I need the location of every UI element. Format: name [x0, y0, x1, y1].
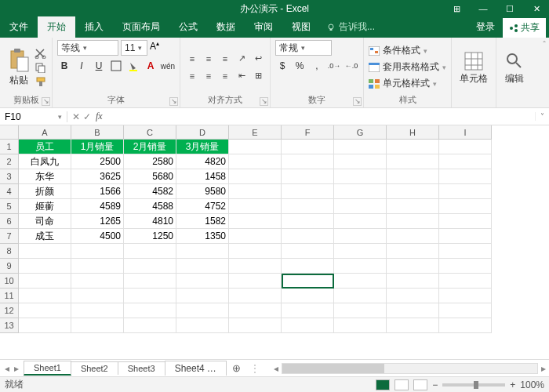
cell-B3[interactable]: 3625 — [71, 169, 124, 184]
new-sheet-button[interactable]: ⊕ — [226, 362, 247, 374]
cell-A1[interactable]: 员工 — [19, 140, 71, 154]
cell-E7[interactable] — [229, 229, 282, 244]
cell-E13[interactable] — [229, 318, 282, 333]
cell-C4[interactable]: 4582 — [124, 184, 176, 199]
tab-data[interactable]: 数据 — [207, 16, 245, 38]
sheet-nav-next[interactable]: ▸ — [14, 363, 19, 374]
cell-G4[interactable] — [334, 184, 387, 199]
row-header-1[interactable]: 1 — [0, 140, 19, 154]
zoom-level[interactable]: 100% — [520, 379, 544, 390]
cell-A10[interactable] — [19, 274, 71, 289]
cell-B12[interactable] — [71, 303, 124, 318]
font-size-combo[interactable]: 11▾ — [121, 40, 147, 56]
cell-C9[interactable] — [124, 259, 176, 274]
col-header-A[interactable]: A — [19, 125, 71, 140]
row-header-5[interactable]: 5 — [0, 199, 19, 214]
cell-H7[interactable] — [387, 229, 439, 244]
cell-A9[interactable] — [19, 259, 71, 274]
cell-A4[interactable]: 折颜 — [19, 184, 71, 199]
font-color-button[interactable]: A — [144, 59, 158, 73]
cell-C13[interactable] — [124, 318, 176, 333]
tab-view[interactable]: 视图 — [282, 16, 320, 38]
cell-B8[interactable] — [71, 244, 124, 259]
cell-G1[interactable] — [334, 140, 387, 154]
cell-I3[interactable] — [439, 169, 492, 184]
cell-I2[interactable] — [439, 154, 492, 169]
accounting-format-icon[interactable]: $ — [275, 59, 289, 73]
format-table-button[interactable]: 套用表格格式▾ — [369, 60, 446, 75]
cell-G11[interactable] — [334, 289, 387, 303]
cell-A12[interactable] — [19, 303, 71, 318]
cell-A11[interactable] — [19, 289, 71, 303]
clipboard-launcher[interactable]: ↘ — [42, 97, 50, 106]
increase-font-icon[interactable]: A▴ — [150, 40, 159, 56]
cell-A5[interactable]: 姬蘅 — [19, 199, 71, 214]
cell-G6[interactable] — [334, 214, 387, 229]
cell-G5[interactable] — [334, 199, 387, 214]
cell-B4[interactable]: 1566 — [71, 184, 124, 199]
cell-G12[interactable] — [334, 303, 387, 318]
font-launcher[interactable]: ↘ — [169, 97, 178, 106]
cell-D9[interactable] — [176, 259, 229, 274]
align-left-icon[interactable]: ≡ — [185, 68, 199, 84]
cell-I1[interactable] — [439, 140, 492, 154]
cell-H13[interactable] — [387, 318, 439, 333]
collapse-ribbon-button[interactable]: ˆ — [540, 38, 549, 107]
orientation-icon[interactable]: ↗ — [235, 51, 249, 67]
fill-color-button[interactable] — [126, 59, 140, 73]
cells-button[interactable]: 单元格 — [456, 49, 491, 87]
col-header-H[interactable]: H — [387, 125, 439, 140]
row-header-10[interactable]: 10 — [0, 274, 19, 289]
sheet-nav-prev[interactable]: ◂ — [5, 363, 9, 374]
cell-D3[interactable]: 1458 — [176, 169, 229, 184]
horizontal-scrollbar[interactable]: ◂ ▸ — [271, 363, 549, 374]
col-header-F[interactable]: F — [282, 125, 334, 140]
cell-G2[interactable] — [334, 154, 387, 169]
cell-B7[interactable]: 4500 — [71, 229, 124, 244]
cell-B9[interactable] — [71, 259, 124, 274]
sheet-tab-4[interactable]: Sheet4 … — [165, 361, 227, 376]
cell-B2[interactable]: 2500 — [71, 154, 124, 169]
row-header-2[interactable]: 2 — [0, 154, 19, 169]
percent-format-icon[interactable]: % — [293, 59, 307, 73]
align-right-icon[interactable]: ≡ — [218, 68, 232, 84]
login-link[interactable]: 登录 — [468, 16, 503, 38]
cell-C8[interactable] — [124, 244, 176, 259]
cell-F7[interactable] — [282, 229, 334, 244]
cell-I12[interactable] — [439, 303, 492, 318]
row-header-8[interactable]: 8 — [0, 244, 19, 259]
cell-D11[interactable] — [176, 289, 229, 303]
cell-D2[interactable]: 4820 — [176, 154, 229, 169]
enter-formula-icon[interactable]: ✓ — [83, 111, 91, 122]
decrease-decimal-icon[interactable]: ←.0 — [344, 59, 358, 73]
cell-B13[interactable] — [71, 318, 124, 333]
cell-F3[interactable] — [282, 169, 334, 184]
cell-C7[interactable]: 1250 — [124, 229, 176, 244]
number-format-combo[interactable]: 常规▾ — [275, 40, 332, 56]
cell-I10[interactable] — [439, 274, 492, 289]
align-center-icon[interactable]: ≡ — [202, 68, 216, 84]
cell-C5[interactable]: 4588 — [124, 199, 176, 214]
tab-home[interactable]: 开始 — [38, 16, 75, 38]
cell-I11[interactable] — [439, 289, 492, 303]
cell-A2[interactable]: 白凤九 — [19, 154, 71, 169]
cell-H1[interactable] — [387, 140, 439, 154]
maximize-button[interactable]: ☐ — [497, 0, 522, 17]
row-header-7[interactable]: 7 — [0, 229, 19, 244]
cell-E2[interactable] — [229, 154, 282, 169]
cell-H12[interactable] — [387, 303, 439, 318]
zoom-in-button[interactable]: + — [510, 379, 515, 390]
cell-G8[interactable] — [334, 244, 387, 259]
cell-A6[interactable]: 司命 — [19, 214, 71, 229]
cell-H3[interactable] — [387, 169, 439, 184]
cell-A13[interactable] — [19, 318, 71, 333]
sheet-tab-3[interactable]: Sheet3 — [118, 361, 165, 375]
cell-E12[interactable] — [229, 303, 282, 318]
cell-D10[interactable] — [176, 274, 229, 289]
col-header-B[interactable]: B — [71, 125, 124, 140]
tab-formulas[interactable]: 公式 — [169, 16, 207, 38]
expand-formula-bar[interactable]: ˅ — [535, 112, 549, 121]
cell-C3[interactable]: 5680 — [124, 169, 176, 184]
cell-F1[interactable] — [282, 140, 334, 154]
paste-button[interactable]: 粘贴 — [5, 46, 33, 89]
